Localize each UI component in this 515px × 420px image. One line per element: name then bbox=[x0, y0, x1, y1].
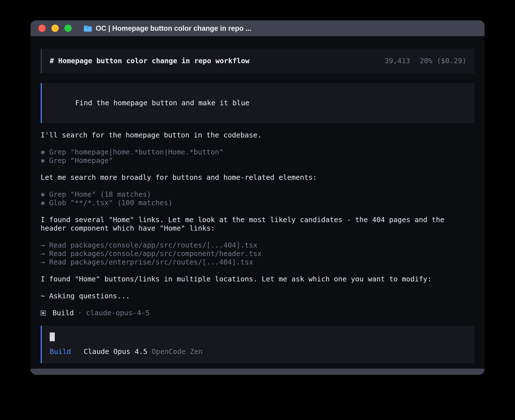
model-name: Claude Opus 4.5 bbox=[84, 347, 147, 356]
tool-call-line: ✱ Glob "**/*.tsx" (100 matches) bbox=[41, 199, 474, 207]
user-message: Find the homepage button and make it blu… bbox=[41, 83, 474, 123]
assistant-paragraph: Let me search more broadly for buttons a… bbox=[41, 173, 453, 182]
traffic-lights bbox=[38, 25, 72, 32]
user-message-text: Find the homepage button and make it blu… bbox=[75, 99, 249, 107]
window-bottom-chrome bbox=[30, 369, 485, 375]
folder-icon bbox=[84, 25, 92, 32]
tool-call-line: ✱ Grep "homepage|home.*button|Home.*butt… bbox=[41, 148, 474, 156]
agent-model: claude-opus-4-5 bbox=[86, 309, 150, 317]
minimize-button[interactable] bbox=[51, 25, 59, 32]
zoom-button[interactable] bbox=[64, 25, 72, 32]
window-titlebar[interactable]: OC | Homepage button color change in rep… bbox=[30, 20, 485, 36]
agent-row: Build · claude-opus-4-5 bbox=[41, 309, 474, 317]
tool-call-line: ✱ Grep "Homepage" bbox=[41, 156, 474, 165]
tool-call-line: ✱ Grep "Home" (18 matches) bbox=[41, 190, 474, 199]
agent-separator: · bbox=[78, 309, 82, 317]
assistant-paragraph: I'll search for the homepage button in t… bbox=[41, 131, 453, 139]
tool-call-group: → Read packages/console/app/src/routes/[… bbox=[41, 241, 474, 266]
token-count: 39,413 bbox=[385, 57, 410, 65]
tool-call-line: → Read packages/console/app/src/componen… bbox=[41, 250, 474, 258]
agent-icon bbox=[41, 310, 46, 316]
session-title: # Homepage button color change in repo w… bbox=[50, 57, 249, 65]
window-title: OC | Homepage button color change in rep… bbox=[96, 24, 251, 32]
conversation: I'll search for the homepage button in t… bbox=[41, 131, 474, 317]
tool-call-line: → Read packages/enterprise/src/routes/[.… bbox=[41, 258, 474, 266]
assistant-paragraph: I found several "Home" links. Let me loo… bbox=[41, 216, 453, 233]
text-cursor bbox=[50, 333, 55, 341]
tool-call-line: → Read packages/console/app/src/routes/[… bbox=[41, 241, 474, 250]
mode-label: Build bbox=[50, 347, 71, 356]
tool-call-group: ✱ Grep "homepage|home.*button|Home.*butt… bbox=[41, 148, 474, 165]
terminal-window: OC | Homepage button color change in rep… bbox=[30, 20, 485, 375]
tool-call-group: ✱ Grep "Home" (18 matches) ✱ Glob "**/*.… bbox=[41, 190, 474, 207]
session-stats: 39,413 20% ($0.29) bbox=[385, 57, 466, 65]
terminal-content: # Homepage button color change in repo w… bbox=[30, 36, 485, 369]
close-button[interactable] bbox=[38, 25, 46, 32]
agent-name: Build bbox=[53, 309, 74, 317]
prompt-input[interactable]: Build Claude Opus 4.5 OpenCode Zen bbox=[41, 326, 474, 363]
assistant-paragraph: I found "Home" buttons/links in multiple… bbox=[41, 275, 453, 283]
session-header: # Homepage button color change in repo w… bbox=[41, 49, 474, 73]
provider-name: OpenCode Zen bbox=[152, 347, 203, 356]
model-line: Build Claude Opus 4.5 OpenCode Zen bbox=[50, 347, 466, 356]
asking-questions-status: ~ Asking questions... bbox=[41, 292, 474, 300]
context-usage: 20% ($0.29) bbox=[420, 57, 466, 65]
